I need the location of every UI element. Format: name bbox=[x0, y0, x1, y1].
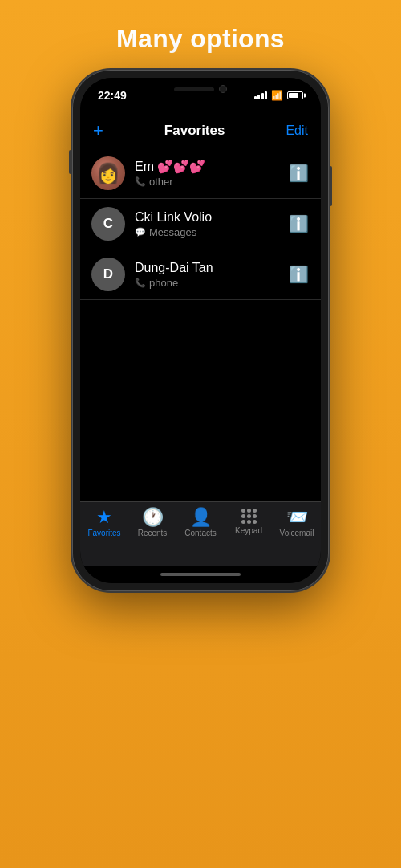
tab-contacts[interactable]: 👤 Contacts bbox=[176, 509, 225, 537]
contact-info: Cki Link Volio 💬 Messages bbox=[135, 209, 277, 239]
contact-sub: 💬 Messages bbox=[135, 226, 277, 238]
list-item[interactable]: C Cki Link Volio 💬 Messages ℹ️ bbox=[80, 199, 321, 249]
contact-sub-label: phone bbox=[149, 277, 178, 289]
list-item[interactable]: D Dung-Dai Tan 📞 phone ℹ️ bbox=[80, 249, 321, 300]
info-button[interactable]: ℹ️ bbox=[287, 263, 310, 286]
signal-icon bbox=[254, 91, 268, 99]
content-area: 👩 Em 💕💕💕 📞 other ℹ️ C Cki bbox=[80, 148, 321, 501]
contact-info: Em 💕💕💕 📞 other bbox=[135, 159, 277, 189]
edit-button[interactable]: Edit bbox=[286, 124, 308, 138]
voicemail-icon: 📨 bbox=[286, 509, 308, 526]
tab-label: Voicemail bbox=[280, 529, 314, 537]
tab-favorites[interactable]: ★ Favorites bbox=[80, 509, 128, 537]
tab-recents[interactable]: 🕐 Recents bbox=[128, 509, 176, 537]
contact-sub-label: Messages bbox=[149, 226, 196, 238]
info-button[interactable]: ℹ️ bbox=[287, 213, 310, 235]
clock-icon: 🕐 bbox=[142, 509, 164, 526]
phone-screen: 22:49 📶 + Favorites Edit bbox=[80, 78, 321, 583]
tab-keypad[interactable]: Keypad bbox=[225, 509, 273, 535]
contact-info: Dung-Dai Tan 📞 phone bbox=[135, 260, 277, 290]
info-button[interactable]: ℹ️ bbox=[287, 162, 310, 185]
home-bar bbox=[160, 573, 241, 576]
home-indicator bbox=[80, 566, 321, 583]
message-icon: 💬 bbox=[135, 227, 146, 237]
contact-name: Cki Link Volio bbox=[135, 209, 277, 226]
list-item[interactable]: 👩 Em 💕💕💕 📞 other ℹ️ bbox=[80, 148, 321, 199]
avatar: C bbox=[91, 207, 125, 241]
keypad-icon bbox=[241, 509, 257, 524]
status-bar: 22:49 📶 bbox=[80, 78, 321, 113]
favorites-list: 👩 Em 💕💕💕 📞 other ℹ️ C Cki bbox=[80, 148, 321, 300]
phone-frame: 22:49 📶 + Favorites Edit bbox=[72, 70, 329, 591]
contact-name: Em 💕💕💕 bbox=[135, 159, 277, 176]
star-icon: ★ bbox=[96, 509, 112, 526]
person-icon: 👤 bbox=[190, 509, 212, 526]
wifi-icon: 📶 bbox=[271, 90, 283, 101]
tab-label: Keypad bbox=[235, 526, 262, 535]
notch bbox=[152, 78, 249, 100]
status-icons: 📶 bbox=[254, 90, 304, 101]
contact-sub-label: other bbox=[149, 176, 173, 188]
battery-icon bbox=[287, 91, 303, 99]
contact-sub: 📞 other bbox=[135, 176, 277, 188]
phone-icon: 📞 bbox=[135, 176, 146, 187]
nav-title: Favorites bbox=[164, 123, 225, 139]
avatar: D bbox=[91, 258, 125, 291]
contact-name: Dung-Dai Tan bbox=[135, 260, 277, 277]
tab-label: Recents bbox=[138, 529, 168, 537]
status-time: 22:49 bbox=[98, 89, 127, 102]
contact-sub: 📞 phone bbox=[135, 277, 277, 289]
tab-label: Favorites bbox=[87, 529, 120, 537]
add-favorite-button[interactable]: + bbox=[93, 122, 103, 140]
tab-label: Contacts bbox=[184, 529, 216, 537]
notch-speaker bbox=[174, 87, 214, 91]
tab-voicemail[interactable]: 📨 Voicemail bbox=[273, 509, 321, 537]
tab-bar: ★ Favorites 🕐 Recents 👤 Contacts Keypad bbox=[80, 501, 321, 566]
page-title: Many options bbox=[116, 24, 285, 54]
nav-bar: + Favorites Edit bbox=[80, 113, 321, 148]
notch-camera bbox=[219, 85, 227, 93]
avatar: 👩 bbox=[91, 156, 125, 190]
phone-icon: 📞 bbox=[135, 278, 146, 288]
